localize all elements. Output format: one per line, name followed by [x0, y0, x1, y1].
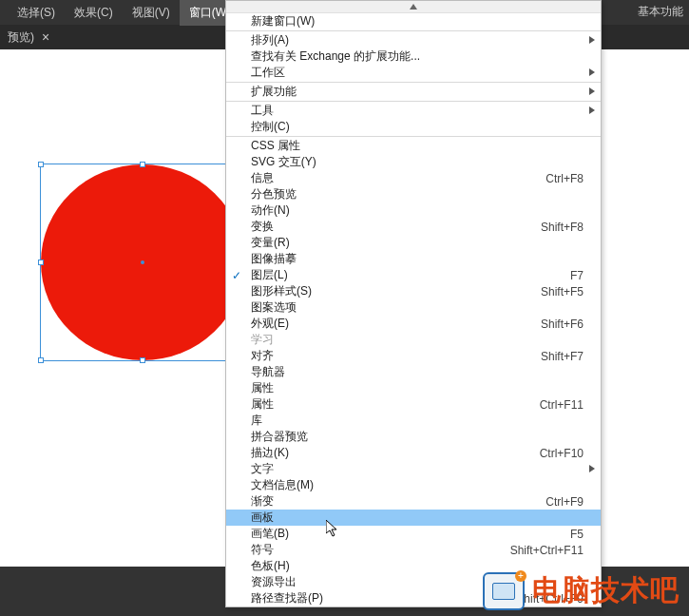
document-tab[interactable]: 预览) × [0, 26, 57, 49]
menu-item-label: SVG 交互(Y) [251, 154, 584, 170]
svg-marker-5 [589, 465, 595, 472]
menu-item-label: 导航器 [251, 364, 584, 380]
menu-item[interactable]: 库 [226, 413, 601, 429]
menu-item-shortcut: Shift+F5 [541, 285, 584, 298]
window-menu-dropdown: 新建窗口(W)排列(A)查找有关 Exchange 的扩展功能...工作区扩展功… [225, 0, 602, 607]
menu-item[interactable]: 文字 [226, 461, 601, 477]
checkmark-icon: ✓ [232, 269, 241, 282]
plus-icon: + [515, 570, 526, 582]
resize-handle[interactable] [140, 162, 145, 167]
menu-item-label: 符号 [251, 542, 510, 558]
menu-item-shortcut: Shift+F6 [541, 318, 584, 331]
menu-list: 新建窗口(W)排列(A)查找有关 Exchange 的扩展功能...工作区扩展功… [226, 13, 601, 606]
menu-scroll-up[interactable] [226, 1, 601, 13]
menu-item[interactable]: 变量(R) [226, 235, 601, 251]
menu-item-label: 变量(R) [251, 235, 584, 251]
menu-item[interactable]: 导航器 [226, 364, 601, 380]
menu-item[interactable]: 分色预览 [226, 186, 601, 202]
menu-item-label: 画板 [251, 510, 584, 526]
selection-bounding-box[interactable] [40, 164, 245, 361]
menu-item[interactable]: 外观(E)Shift+F6 [226, 316, 601, 332]
menu-item[interactable]: 排列(A) [226, 32, 601, 48]
menu-item-label: 扩展功能 [251, 84, 584, 100]
menu-item[interactable]: 属性 [226, 380, 601, 396]
menu-item-label: 库 [251, 413, 584, 429]
menu-item[interactable]: 查找有关 Exchange 的扩展功能... [226, 48, 601, 65]
workspace-switcher[interactable]: 基本功能 [638, 4, 683, 20]
menu-item[interactable]: 新建窗口(W) [226, 13, 601, 29]
menu-item-label: 新建窗口(W) [251, 13, 584, 29]
menu-item-shortcut: Ctrl+F10 [540, 447, 584, 460]
menu-item[interactable]: 对齐Shift+F7 [226, 348, 601, 364]
menu-item-label: 排列(A) [251, 32, 584, 48]
menu-item-label: 图层(L) [251, 267, 570, 283]
center-point-icon [141, 260, 144, 264]
menu-item-label: CSS 属性 [251, 138, 584, 154]
menu-item[interactable]: 符号Shift+Ctrl+F11 [226, 542, 601, 558]
menu-item[interactable]: 属性Ctrl+F11 [226, 396, 601, 413]
watermark: + 电脑技术吧 [483, 571, 679, 610]
menu-item[interactable]: 图形样式(S)Shift+F5 [226, 283, 601, 299]
resize-handle[interactable] [38, 162, 44, 167]
menu-item[interactable]: 图案选项 [226, 299, 601, 316]
menu-item[interactable]: SVG 交互(Y) [226, 154, 601, 170]
menu-item[interactable]: CSS 属性 [226, 138, 601, 154]
menu-item[interactable]: 画笔(B)F5 [226, 526, 601, 542]
menu-item-label: 对齐 [251, 348, 541, 364]
close-icon[interactable]: × [42, 30, 49, 44]
menu-item-label: 分色预览 [251, 186, 584, 202]
chevron-right-icon [589, 36, 595, 44]
menu-item[interactable]: 渐变Ctrl+F9 [226, 493, 601, 510]
menu-item-label: 描边(K) [251, 445, 540, 461]
menu-item[interactable]: 信息Ctrl+F8 [226, 170, 601, 186]
chevron-right-icon [589, 87, 595, 95]
menu-item[interactable]: 扩展功能 [226, 84, 601, 100]
menu-item[interactable]: 文档信息(M) [226, 477, 601, 493]
menu-view[interactable]: 视图(V) [123, 0, 180, 26]
menu-item-label: 控制(C) [251, 119, 584, 135]
menu-item-shortcut: Shift+F8 [541, 221, 584, 234]
menu-item[interactable]: 画板 [226, 510, 601, 526]
menu-item[interactable]: 变换Shift+F8 [226, 219, 601, 235]
menu-item-label: 图案选项 [251, 299, 584, 316]
svg-marker-0 [410, 4, 417, 10]
menu-separator [226, 136, 601, 137]
menu-item-shortcut: Shift+F7 [541, 350, 584, 363]
menu-item-label: 拼合器预览 [251, 429, 584, 445]
menu-item-label: 查找有关 Exchange 的扩展功能... [251, 48, 584, 65]
menu-item[interactable]: ✓图层(L)F7 [226, 267, 601, 283]
menu-select[interactable]: 选择(S) [8, 0, 65, 26]
menu-item-label: 学习 [251, 332, 584, 348]
menu-item-label: 画笔(B) [251, 526, 570, 542]
svg-marker-2 [589, 68, 595, 76]
svg-marker-1 [589, 36, 595, 44]
menu-item[interactable]: 工作区 [226, 65, 601, 81]
menu-item[interactable]: 描边(K)Ctrl+F10 [226, 445, 601, 461]
menu-item-shortcut: F7 [570, 269, 584, 282]
menu-item[interactable]: 图像描摹 [226, 251, 601, 267]
resize-handle[interactable] [38, 357, 44, 363]
menu-item-label: 图形样式(S) [251, 283, 541, 299]
svg-marker-3 [589, 87, 595, 95]
menu-separator [226, 30, 601, 31]
chevron-up-icon [410, 4, 417, 10]
resize-handle[interactable] [38, 260, 44, 265]
menu-item-label: 动作(N) [251, 202, 584, 219]
watermark-text: 电脑技术吧 [532, 571, 679, 610]
menu-item[interactable]: 控制(C) [226, 119, 601, 135]
menu-item-label: 工作区 [251, 65, 584, 81]
menu-item-label: 文字 [251, 461, 584, 477]
menu-effects[interactable]: 效果(C) [65, 0, 123, 26]
menu-item[interactable]: 动作(N) [226, 202, 601, 219]
menu-item[interactable]: 拼合器预览 [226, 429, 601, 445]
chevron-right-icon [589, 465, 595, 472]
resize-handle[interactable] [140, 357, 145, 363]
menu-item-label: 变换 [251, 219, 541, 235]
menu-item-label: 属性 [251, 380, 584, 396]
menu-item-label: 文档信息(M) [251, 477, 584, 493]
menu-item-label: 工具 [251, 103, 584, 119]
menu-item-label: 外观(E) [251, 316, 541, 332]
menu-item-label: 图像描摹 [251, 251, 584, 267]
chevron-right-icon [589, 106, 595, 114]
menu-item[interactable]: 工具 [226, 103, 601, 119]
